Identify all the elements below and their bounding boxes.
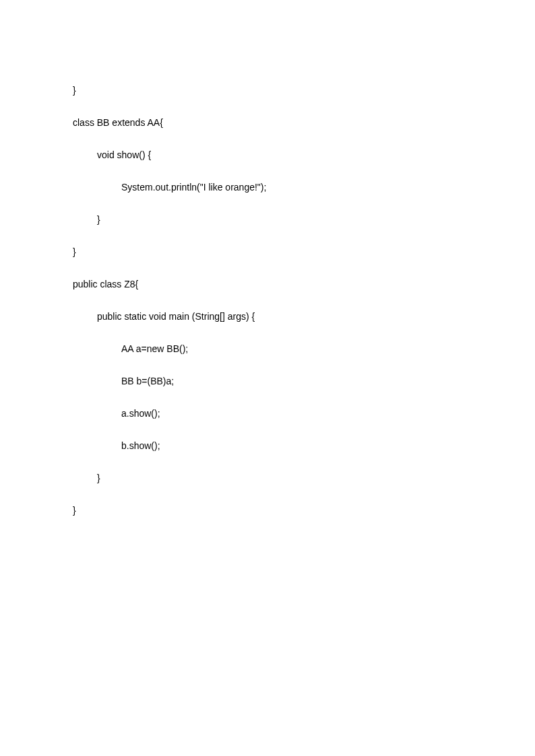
code-line: void show() { [73, 147, 535, 163]
code-line: } [73, 82, 535, 98]
code-line: AA a=new BB(); [73, 341, 535, 357]
code-line: } [73, 470, 535, 486]
code-line: class BB extends AA{ [73, 114, 535, 131]
code-line: BB b=(BB)a; [73, 373, 535, 389]
code-line: } [73, 244, 535, 260]
code-line: public static void main (String[] args) … [73, 308, 535, 324]
code-line: System.out.println("I like orange!"); [73, 179, 535, 195]
code-line: } [73, 502, 535, 518]
code-line: b.show(); [73, 438, 535, 454]
code-block: } class BB extends AA{ void show() { Sys… [73, 66, 535, 535]
code-line: a.show(); [73, 405, 535, 421]
code-line: public class Z8{ [73, 276, 535, 292]
code-line: } [73, 211, 535, 228]
